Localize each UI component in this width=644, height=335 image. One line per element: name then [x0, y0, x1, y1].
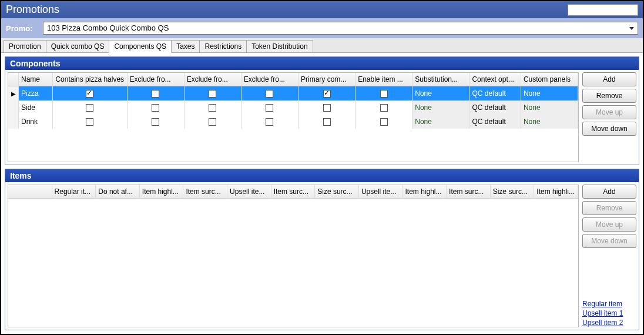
checkbox-icon[interactable] [152, 118, 159, 126]
items-link[interactable]: Regular item [582, 299, 636, 309]
component-checkbox-cell[interactable] [128, 115, 185, 129]
components-body: NameContains pizza halvesExclude fro...E… [5, 70, 639, 165]
components-col-header[interactable]: Custom panels [521, 73, 578, 86]
items-col-header[interactable]: Item surc... [447, 185, 491, 198]
items-col-header[interactable]: Do not af... [96, 185, 140, 198]
component-text-cell[interactable]: QC default [469, 115, 521, 129]
checkbox-icon[interactable] [266, 118, 273, 126]
checkbox-icon[interactable] [266, 104, 273, 112]
component-name-cell[interactable]: Drink [19, 115, 53, 129]
items-col-header[interactable]: Upsell ite... [359, 185, 403, 198]
items-col-header[interactable]: Item highl... [402, 185, 447, 198]
components-col-header[interactable]: Contains pizza halves [53, 73, 127, 86]
row-indicator [8, 115, 19, 129]
checkbox-icon[interactable] [266, 90, 273, 98]
items-col-header[interactable]: Item highli... [534, 185, 578, 198]
promo-dropdown[interactable]: 103 Pizza Combo Quick Combo QS [43, 22, 638, 35]
items-remove-button[interactable]: Remove [582, 201, 636, 215]
component-checkbox-cell[interactable] [185, 86, 242, 101]
components-col-header[interactable]: Substitution... [412, 73, 469, 86]
row-indicator: ▶ [8, 86, 19, 101]
component-checkbox-cell[interactable] [128, 86, 185, 101]
checkbox-icon[interactable] [86, 104, 93, 112]
items-add-button[interactable]: Add [582, 185, 636, 199]
component-text-cell[interactable]: None [412, 115, 469, 129]
checkbox-icon[interactable] [209, 104, 216, 112]
component-text-cell[interactable]: None [521, 86, 578, 101]
checkbox-icon[interactable] [86, 90, 93, 98]
component-text-cell[interactable]: None [521, 101, 578, 115]
component-checkbox-cell[interactable] [242, 115, 298, 129]
checkbox-icon[interactable] [380, 104, 388, 112]
checkbox-icon[interactable] [380, 118, 388, 126]
items-col-header[interactable]: Item highl... [140, 185, 184, 198]
items-col-header[interactable]: Upsell ite... [227, 185, 271, 198]
items-col-header[interactable]: Item surc... [271, 185, 316, 198]
tab-token-distribution[interactable]: Token Distribution [246, 40, 313, 52]
components-row[interactable]: SideNoneQC defaultNone [8, 101, 578, 115]
tab-quick-combo-qs[interactable]: Quick combo QS [46, 40, 110, 52]
components-col-header[interactable]: Name [19, 73, 53, 86]
items-link[interactable]: Upsell item 2 [582, 318, 636, 327]
component-checkbox-cell[interactable] [185, 115, 242, 129]
components-grid[interactable]: NameContains pizza halvesExclude fro...E… [8, 72, 579, 162]
items-col-header[interactable]: Regular it... [52, 185, 96, 198]
checkbox-icon[interactable] [86, 118, 93, 126]
component-checkbox-cell[interactable] [298, 101, 355, 115]
checkbox-icon[interactable] [323, 118, 331, 126]
component-name-cell[interactable]: Pizza [19, 86, 53, 101]
checkbox-icon[interactable] [209, 118, 216, 126]
checkbox-icon[interactable] [323, 104, 331, 112]
component-checkbox-cell[interactable] [53, 101, 127, 115]
items-link[interactable]: Upsell item 1 [582, 309, 636, 318]
component-checkbox-cell[interactable] [298, 86, 355, 101]
items-movedown-button[interactable]: Move down [582, 234, 636, 248]
component-checkbox-cell[interactable] [355, 115, 412, 129]
component-checkbox-cell[interactable] [355, 86, 412, 101]
title-search-box[interactable] [568, 4, 638, 16]
components-buttons: Add Remove Move up Move down [582, 72, 636, 162]
component-checkbox-cell[interactable] [53, 86, 127, 101]
component-checkbox-cell[interactable] [53, 115, 127, 129]
components-col-header[interactable]: Exclude fro... [242, 73, 298, 86]
components-col-header[interactable]: Exclude fro... [128, 73, 185, 86]
checkbox-icon[interactable] [152, 90, 159, 98]
component-checkbox-cell[interactable] [242, 86, 298, 101]
tab-taxes[interactable]: Taxes [171, 40, 200, 52]
components-add-button[interactable]: Add [582, 72, 636, 86]
checkbox-icon[interactable] [380, 90, 388, 98]
components-moveup-button[interactable]: Move up [582, 105, 636, 119]
component-checkbox-cell[interactable] [128, 101, 185, 115]
tab-restrictions[interactable]: Restrictions [199, 40, 247, 52]
title-bar: Promotions [1, 1, 643, 18]
checkbox-icon[interactable] [323, 90, 331, 98]
checkbox-icon[interactable] [152, 104, 159, 112]
checkbox-icon[interactable] [209, 90, 216, 98]
component-name-cell[interactable]: Side [19, 101, 53, 115]
component-text-cell[interactable]: None [412, 86, 469, 101]
components-row[interactable]: DrinkNoneQC defaultNone [8, 115, 578, 129]
row-indicator-header [8, 185, 52, 198]
tab-promotion[interactable]: Promotion [4, 40, 46, 52]
components-col-header[interactable]: Context opt... [469, 73, 521, 86]
items-col-header[interactable]: Item surc... [183, 185, 227, 198]
component-checkbox-cell[interactable] [242, 101, 298, 115]
components-remove-button[interactable]: Remove [582, 89, 636, 103]
component-text-cell[interactable]: QC default [469, 101, 521, 115]
component-checkbox-cell[interactable] [185, 101, 242, 115]
tab-components-qs[interactable]: Components QS [109, 40, 172, 53]
components-row[interactable]: ▶PizzaNoneQC defaultNone [8, 86, 578, 101]
items-col-header[interactable]: Size surc... [315, 185, 359, 198]
component-checkbox-cell[interactable] [355, 101, 412, 115]
items-grid[interactable]: Regular it...Do not af...Item highl...It… [8, 185, 579, 327]
component-text-cell[interactable]: QC default [469, 86, 521, 101]
component-text-cell[interactable]: None [521, 115, 578, 129]
items-moveup-button[interactable]: Move up [582, 217, 636, 232]
component-text-cell[interactable]: None [412, 101, 469, 115]
components-col-header[interactable]: Enable item ... [355, 73, 412, 86]
items-col-header[interactable]: Size surc... [491, 185, 535, 198]
components-col-header[interactable]: Primary com... [298, 73, 355, 86]
component-checkbox-cell[interactable] [298, 115, 355, 129]
components-movedown-button[interactable]: Move down [582, 122, 636, 136]
components-col-header[interactable]: Exclude fro... [185, 73, 242, 86]
